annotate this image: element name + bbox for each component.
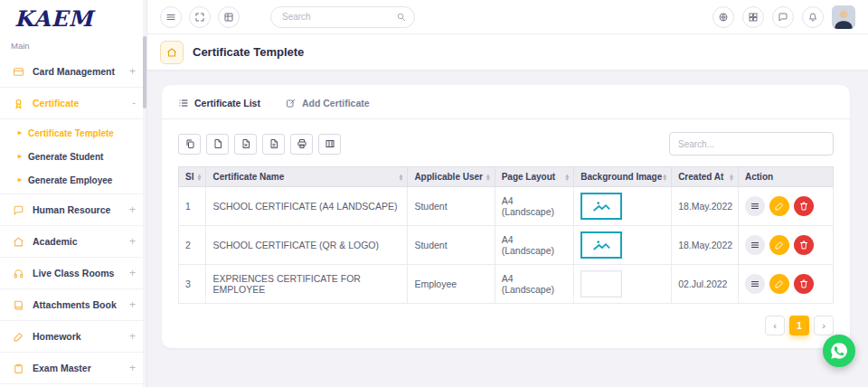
chat-icon — [13, 204, 24, 216]
notifications-bell-button[interactable] — [802, 6, 824, 28]
cell-applicable-user: Employee — [408, 265, 495, 304]
plus-icon: + — [129, 235, 136, 248]
tabs: Certificate List Add Certificate — [162, 85, 850, 119]
sidebar-item-certificate-templete[interactable]: ▸ Certificate Templete — [0, 121, 146, 145]
globe-button[interactable] — [712, 6, 734, 28]
cell-page-layout: A4 (Landscape) — [495, 187, 574, 226]
book-icon — [13, 299, 24, 311]
sidebar-item-label: Homework — [33, 331, 81, 342]
content-area: Certificate List Add Certificate — [147, 71, 868, 387]
row-menu-button[interactable] — [745, 235, 765, 255]
table-toolbar — [162, 119, 850, 166]
cell-created-at: 02.Jul.2022 — [672, 265, 739, 304]
sidebar-item-academic[interactable]: Academic + — [0, 226, 146, 258]
sidebar-item-attachments-book[interactable]: Attachments Book + — [0, 289, 146, 321]
plus-icon: + — [129, 267, 136, 279]
sort-icon — [398, 173, 403, 181]
plus-icon: + — [129, 203, 136, 216]
sidebar-item-certificate[interactable]: Certificate - — [0, 88, 146, 119]
table-search — [669, 132, 834, 156]
sidebar-subitem-label: Certificate Templete — [28, 128, 114, 138]
cell-background-image — [574, 265, 672, 304]
cell-certificate-name: SCHOOL CERTIFICATE (A4 Landscape) — [206, 187, 408, 226]
topbar — [147, 0, 868, 34]
sidebar-item-live-class-rooms[interactable]: Live Class Rooms + — [0, 258, 146, 289]
next-page-button[interactable] — [814, 316, 834, 335]
user-avatar[interactable] — [832, 5, 855, 29]
home-icon[interactable] — [160, 41, 184, 64]
cell-background-image — [574, 187, 672, 226]
sidebar-item-label: Certificate — [33, 98, 79, 109]
cell-page-layout: A4 (Landscape) — [495, 265, 574, 304]
pagination: 1 — [162, 304, 850, 339]
fullscreen-button[interactable] — [189, 6, 211, 28]
topbar-right — [712, 5, 855, 29]
cell-action — [738, 226, 833, 265]
cell-background-image — [574, 226, 672, 265]
sidebar-submenu-certificate: ▸ Certificate Templete ▸ Generate Studen… — [0, 119, 146, 194]
sidebar-item-label: Card Management — [33, 66, 115, 77]
search-input[interactable] — [270, 6, 415, 28]
sidebar-item-exam-master[interactable]: Exam Master + — [0, 353, 146, 384]
print-button[interactable] — [290, 134, 313, 155]
cell-created-at: 18.May.2022 — [672, 187, 739, 226]
column-header-certificate-name[interactable]: Certificate Name — [206, 167, 408, 187]
card-icon — [13, 66, 24, 78]
sort-icon — [662, 173, 667, 181]
column-header-sl[interactable]: Sl — [179, 167, 206, 187]
headphones-icon — [13, 268, 24, 279]
whatsapp-icon — [829, 341, 849, 361]
scrollbar-thumb[interactable] — [143, 36, 146, 109]
edit-icon — [286, 98, 297, 109]
sidebar-item-card-management[interactable]: Card Management + — [0, 56, 146, 88]
apps-button[interactable] — [742, 6, 764, 28]
previous-page-button[interactable] — [765, 316, 785, 335]
page-number-current[interactable]: 1 — [789, 316, 809, 335]
sidebar-item-homework[interactable]: Homework + — [0, 321, 146, 353]
edit-button[interactable] — [769, 196, 789, 216]
tab-certificate-list[interactable]: Certificate List — [178, 98, 260, 118]
delete-button[interactable] — [794, 235, 814, 255]
column-header-background-image[interactable]: Background Image — [574, 167, 672, 187]
table-row: 1 SCHOOL CERTIFICATE (A4 Landscape) Stud… — [179, 187, 834, 226]
menu-toggle-button[interactable] — [160, 6, 182, 28]
csv-export-button[interactable] — [206, 134, 229, 155]
cell-sl: 1 — [179, 187, 206, 226]
excel-export-button[interactable] — [234, 134, 257, 155]
delete-button[interactable] — [794, 274, 814, 294]
whatsapp-button[interactable] — [823, 335, 855, 367]
column-header-created-at[interactable]: Created At — [672, 167, 739, 187]
column-header-applicable-user[interactable]: Applicable User — [408, 167, 495, 187]
sort-icon — [196, 173, 202, 181]
sort-icon — [486, 173, 491, 181]
delete-button[interactable] — [794, 196, 814, 216]
sort-icon — [729, 173, 734, 181]
tab-add-certificate[interactable]: Add Certificate — [286, 98, 370, 118]
table-search-input[interactable] — [669, 132, 834, 156]
copy-button[interactable] — [178, 134, 201, 155]
table-row: 2 SCHOOL CERTIFICATE (QR & Logo) Student… — [179, 226, 834, 265]
sidebar-item-label: Exam Master — [33, 363, 91, 373]
search-icon — [396, 12, 407, 23]
cell-certificate-name: SCHOOL CERTIFICATE (QR & Logo) — [206, 226, 408, 265]
sidebar-item-generate-employee[interactable]: ▸ Generate Employee — [0, 168, 146, 192]
row-menu-button[interactable] — [745, 274, 765, 294]
pdf-export-button[interactable] — [262, 134, 285, 155]
breadcrumb: Certificate Templete — [147, 34, 868, 71]
grid-button[interactable] — [218, 6, 240, 28]
app-logo[interactable]: KAEM — [0, 0, 146, 33]
sidebar-item-generate-student[interactable]: ▸ Generate Student — [0, 145, 146, 168]
column-visibility-button[interactable] — [318, 134, 341, 155]
cell-action — [738, 187, 833, 226]
plus-icon: + — [129, 362, 136, 374]
edit-button[interactable] — [769, 235, 789, 255]
table-header-row: Sl Certificate Name Applicable User Page… — [179, 167, 834, 187]
sidebar-scrollbar[interactable] — [143, 0, 146, 387]
chat-button[interactable] — [772, 6, 794, 28]
edit-button[interactable] — [769, 274, 789, 294]
column-header-page-layout[interactable]: Page Layout — [495, 167, 574, 187]
certificates-table: Sl Certificate Name Applicable User Page… — [178, 166, 834, 304]
certificate-icon — [13, 98, 24, 109]
sidebar-item-human-resource[interactable]: Human Resource + — [0, 194, 146, 226]
row-menu-button[interactable] — [745, 196, 765, 216]
